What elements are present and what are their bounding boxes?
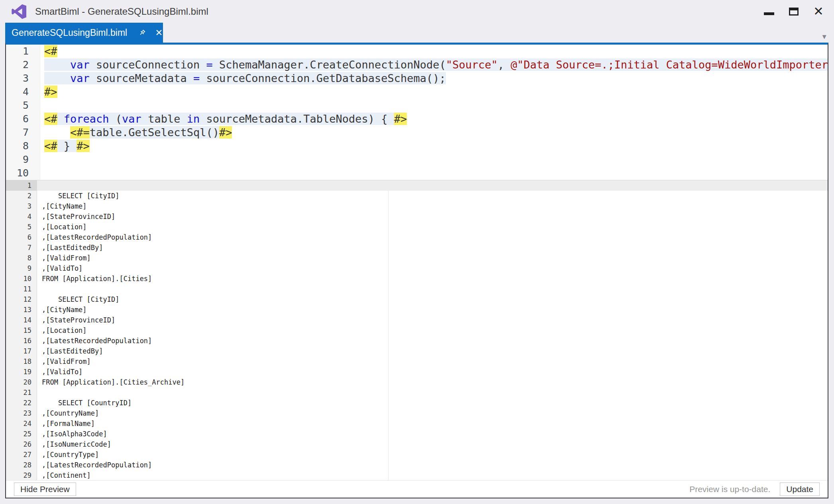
preview-line[interactable]: ,[CityName]: [37, 201, 828, 211]
preview-line[interactable]: ,[LastEditedBy]: [37, 242, 828, 253]
minimize-button[interactable]: [757, 0, 781, 22]
preview-line-number: 15: [6, 325, 37, 336]
maximize-button[interactable]: [781, 0, 806, 22]
preview-line-number: 27: [6, 449, 37, 460]
code-token: SchemaManager.CreateConnectionNode(: [213, 59, 446, 71]
code-token: var: [70, 59, 90, 71]
preview-line[interactable]: ,[CityName]: [37, 305, 828, 315]
preview-line[interactable]: ,[IsoAlpha3Code]: [37, 429, 828, 439]
preview-line-number: 12: [6, 294, 37, 305]
visual-studio-logo-icon: [11, 3, 28, 20]
code-token: [44, 59, 70, 71]
preview-line[interactable]: [37, 387, 828, 398]
tab-list-dropdown-icon[interactable]: ▼: [821, 33, 828, 41]
preview-line-number: 8: [6, 253, 37, 263]
code-token: sourceMetadata: [90, 72, 193, 84]
preview-line-number: 9: [6, 263, 37, 273]
preview-line-number: 5: [6, 222, 37, 232]
window-title: SmartBiml - GenerateSQLusingBiml.biml: [35, 0, 208, 23]
code-token: <#: [44, 113, 57, 125]
preview-line-number: 1: [6, 180, 37, 191]
preview-line[interactable]: ,[ValidTo]: [37, 367, 828, 377]
code-token: }: [57, 140, 77, 152]
tab-close-icon[interactable]: ✕: [155, 28, 163, 37]
editor-line[interactable]: var sourceMetadata = sourceConnection.Ge…: [40, 72, 828, 85]
preview-line-number: 17: [6, 346, 37, 356]
close-button[interactable]: ✕: [806, 0, 831, 22]
code-token: #>: [394, 113, 407, 125]
tab-strip: GenerateSQLusingBiml.biml ✕ ▼: [0, 23, 834, 43]
sql-preview-area[interactable]: SELECT [CityID],[CityName],[StateProvinc…: [37, 180, 828, 480]
preview-line[interactable]: ,[LatestRecordedPopulation]: [37, 460, 828, 470]
code-token: #>: [44, 86, 57, 98]
preview-line[interactable]: ,[LastEditedBy]: [37, 346, 828, 356]
preview-line[interactable]: [37, 180, 828, 191]
code-token: [44, 72, 70, 84]
preview-line-number: 22: [6, 398, 37, 408]
preview-line-number: 19: [6, 367, 37, 377]
preview-line[interactable]: ,[ValidFrom]: [37, 253, 828, 263]
preview-line-number: 6: [6, 232, 37, 242]
preview-line[interactable]: ,[LatestRecordedPopulation]: [37, 336, 828, 346]
pin-icon[interactable]: [138, 29, 146, 37]
preview-line[interactable]: ,[StateProvinceID]: [37, 315, 828, 325]
preview-line-number: 18: [6, 356, 37, 367]
preview-line[interactable]: ,[ValidFrom]: [37, 356, 828, 367]
preview-line[interactable]: ,[CountryName]: [37, 408, 828, 418]
sql-preview-pane[interactable]: 1234567891011121314151617181920212223242…: [6, 180, 828, 480]
preview-line-number: 16: [6, 336, 37, 346]
preview-line-number: 7: [6, 242, 37, 253]
biml-code-area[interactable]: <# var sourceConnection = SchemaManager.…: [40, 45, 828, 180]
editor-line-number: 4: [6, 85, 40, 99]
code-token: #>: [77, 140, 90, 152]
preview-line[interactable]: SELECT [CityID]: [37, 294, 828, 305]
tab-generatesqlusingbiml[interactable]: GenerateSQLusingBiml.biml ✕: [5, 23, 163, 43]
editor-line[interactable]: <#: [40, 45, 828, 58]
preview-line-number: 11: [6, 284, 37, 294]
preview-line[interactable]: ,[ValidTo]: [37, 263, 828, 273]
editor-line[interactable]: #>: [40, 85, 828, 99]
update-button[interactable]: Update: [780, 483, 820, 496]
preview-line[interactable]: ,[Location]: [37, 222, 828, 232]
biml-editor-pane[interactable]: 12345678910 <# var sourceConnection = Sc…: [6, 45, 828, 180]
preview-line-number: 29: [6, 470, 37, 480]
preview-line-number: 3: [6, 201, 37, 211]
preview-line[interactable]: ,[LatestRecordedPopulation]: [37, 232, 828, 242]
code-token: foreach: [64, 113, 109, 125]
code-token: @"Data Source=.;Initial Catalog=WideWorl…: [510, 59, 828, 71]
code-token: sourceConnection: [90, 59, 206, 71]
editor-line[interactable]: <# } #>: [40, 139, 828, 153]
preview-line-number: 28: [6, 460, 37, 470]
preview-line[interactable]: FROM [Application].[Cities_Archive]: [37, 377, 828, 387]
preview-line[interactable]: ,[Location]: [37, 325, 828, 336]
editor-line[interactable]: [40, 99, 828, 112]
preview-line[interactable]: ,[CountryType]: [37, 449, 828, 460]
preview-line-number-gutter: 1234567891011121314151617181920212223242…: [6, 180, 37, 480]
editor-line-number: 9: [6, 153, 40, 166]
preview-line[interactable]: FROM [Application].[Cities]: [37, 273, 828, 284]
app-window: SmartBiml - GenerateSQLusingBiml.biml ✕ …: [0, 0, 834, 504]
preview-line[interactable]: ,[IsoNumericCode]: [37, 439, 828, 449]
editor-line-number: 5: [6, 99, 40, 112]
minimize-icon: [764, 12, 774, 15]
preview-line[interactable]: ,[StateProvinceID]: [37, 211, 828, 222]
preview-line[interactable]: [37, 284, 828, 294]
editor-line[interactable]: var sourceConnection = SchemaManager.Cre…: [40, 58, 828, 72]
editor-line[interactable]: <# foreach (var table in sourceMetadata.…: [40, 112, 828, 126]
editor-line[interactable]: [40, 153, 828, 166]
editor-line[interactable]: [40, 166, 828, 180]
preview-line-number: 13: [6, 305, 37, 315]
code-token: sourceMetadata.TableNodes) {: [200, 113, 394, 125]
preview-line[interactable]: ,[Continent]: [37, 470, 828, 480]
preview-line-number: 14: [6, 315, 37, 325]
tab-label: GenerateSQLusingBiml.biml: [12, 27, 127, 38]
code-token: =: [206, 59, 212, 71]
code-token: in: [187, 113, 200, 125]
preview-line[interactable]: ,[FormalName]: [37, 418, 828, 429]
editor-line[interactable]: <#=table.GetSelectSql()#>: [40, 126, 828, 139]
code-token: [57, 113, 64, 125]
preview-line-number: 2: [6, 191, 37, 201]
hide-preview-button[interactable]: Hide Preview: [14, 483, 76, 496]
preview-line[interactable]: SELECT [CountryID]: [37, 398, 828, 408]
preview-line[interactable]: SELECT [CityID]: [37, 191, 828, 201]
